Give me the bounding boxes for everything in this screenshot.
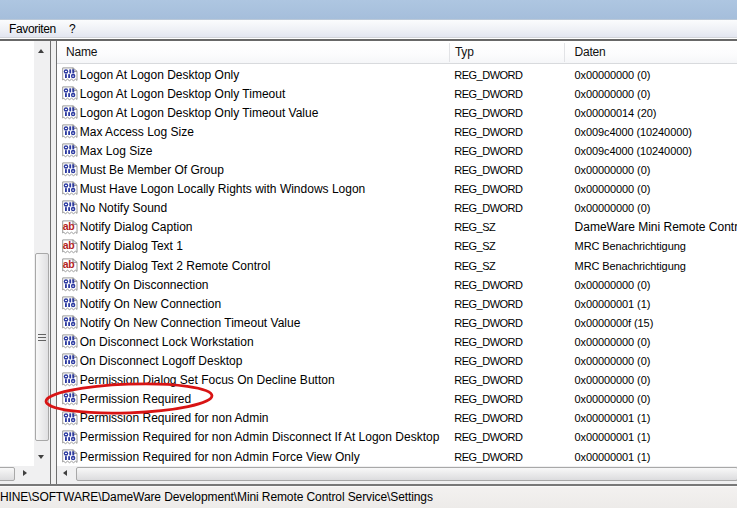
svg-text:ab: ab — [63, 258, 74, 270]
svg-text:ab: ab — [63, 239, 74, 251]
svg-text:ab: ab — [63, 220, 74, 232]
